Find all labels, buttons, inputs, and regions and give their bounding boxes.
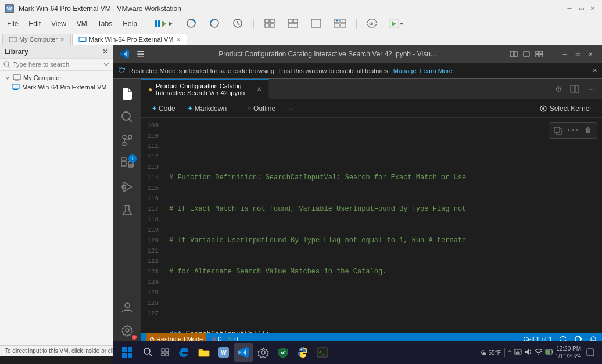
library-search-input[interactable] xyxy=(13,61,101,68)
add-markdown-button[interactable]: + Markdown xyxy=(183,102,232,115)
vscode-tile-button[interactable] xyxy=(508,48,519,60)
view-unity-button[interactable] xyxy=(283,17,303,31)
power-options-button[interactable] xyxy=(385,17,408,30)
vscode-minimize-button[interactable]: ─ xyxy=(559,48,571,60)
task-view-button[interactable] xyxy=(157,344,174,361)
taskbar-settings-icon[interactable] xyxy=(254,343,273,362)
more-notebook-actions[interactable]: ··· xyxy=(283,102,299,115)
split-editor-icon[interactable] xyxy=(568,82,581,95)
close-vm-tab[interactable]: ✕ xyxy=(176,37,181,43)
vmware-tab-mycomputer[interactable]: My Computer ✕ xyxy=(2,34,71,45)
extensions-icon[interactable]: 1 xyxy=(117,153,138,174)
code-content[interactable]: # Function Definition: SearchCatInputVal… xyxy=(164,118,602,333)
vscode-close-button[interactable]: ✕ xyxy=(585,48,596,60)
start-button[interactable] xyxy=(116,343,139,362)
taskbar-python-icon[interactable] xyxy=(293,343,312,362)
vscode-restore-button[interactable]: ▭ xyxy=(572,48,583,60)
taskbar-vmware-icon[interactable]: W xyxy=(214,343,233,362)
vmware-tab-vm[interactable]: Mark Win-64 Pro External VM ✕ xyxy=(72,34,187,45)
library-close-icon[interactable]: ✕ xyxy=(102,48,108,56)
menu-edit[interactable]: Edit xyxy=(24,19,45,29)
delete-cell-icon[interactable]: 🗑 xyxy=(582,124,594,137)
linenum-113: 113 xyxy=(141,162,164,172)
taskbar-terminal-icon[interactable]: >_ xyxy=(313,343,332,362)
close-mycomputer-tab[interactable]: ✕ xyxy=(60,37,64,43)
settings-icon[interactable]: ! xyxy=(117,320,138,341)
snapshot-button[interactable] xyxy=(181,16,201,31)
minimize-button[interactable]: ─ xyxy=(565,4,574,13)
svg-point-22 xyxy=(336,20,338,21)
send-ctrlaltdel-button[interactable]: ctrl xyxy=(363,17,381,31)
vscode-menu-icon[interactable]: ☰ xyxy=(134,49,147,60)
chevron-up-icon[interactable]: ^ xyxy=(508,349,511,356)
tree-item-vm[interactable]: Mark Win-64 Pro External VM xyxy=(2,82,110,92)
restore-button[interactable]: ▭ xyxy=(576,4,586,13)
learn-more-link[interactable]: Learn More xyxy=(420,67,453,74)
more-actions-icon[interactable]: ··· xyxy=(585,82,597,95)
explorer-icon[interactable] xyxy=(117,84,138,104)
snapshot-manager-button[interactable] xyxy=(228,16,248,31)
pause-resume-button[interactable] xyxy=(150,17,178,30)
code-line-113: # for Alternate Search Value Matches in … xyxy=(169,266,602,277)
accounts-icon[interactable] xyxy=(117,297,138,318)
search-activity-icon[interactable] xyxy=(117,107,138,128)
taskbar-defender-icon[interactable] xyxy=(274,343,292,362)
taskbar-search-button[interactable] xyxy=(140,344,156,361)
run-debug-icon[interactable] xyxy=(117,176,138,197)
vscode-maximize-button[interactable] xyxy=(521,48,532,60)
volume-icon[interactable] xyxy=(524,348,532,356)
banner-close-icon[interactable]: ✕ xyxy=(592,67,597,74)
svg-rect-37 xyxy=(510,51,513,57)
vscode-logo xyxy=(119,49,130,59)
svg-point-48 xyxy=(128,135,132,139)
tree-item-mycomputer[interactable]: My Computer xyxy=(2,73,110,82)
system-tray: 🌤 65°F ^ xyxy=(478,345,600,360)
menu-help[interactable]: Help xyxy=(118,19,142,29)
battery-icon[interactable] xyxy=(545,349,553,356)
notification-center-icon[interactable] xyxy=(583,345,597,359)
vscode-tile2-button[interactable] xyxy=(533,48,545,60)
view-fullscreen-button[interactable] xyxy=(260,17,280,31)
svg-rect-27 xyxy=(9,37,16,42)
vm-tree-icon xyxy=(12,84,20,91)
view-quick-switch-button[interactable] xyxy=(329,17,350,31)
outline-button[interactable]: ≡ Outline xyxy=(242,102,281,115)
test-icon[interactable] xyxy=(117,200,138,221)
add-code-button[interactable]: + Code xyxy=(147,102,181,115)
taskbar-explorer-icon[interactable] xyxy=(195,343,213,362)
taskbar-vscode-icon[interactable] xyxy=(234,343,253,362)
svg-point-56 xyxy=(125,303,130,308)
clock[interactable]: 12:20 PM 1/11/2024 xyxy=(556,345,582,360)
notebook-tab[interactable]: ● Product Configuration Catalog Interact… xyxy=(141,79,269,99)
code-editor[interactable]: ··· 🗑 109 110 111 112 113 114 1 xyxy=(141,118,602,333)
cell-action-bar: ··· 🗑 xyxy=(549,122,597,139)
close-button[interactable]: ✕ xyxy=(588,4,597,13)
keyboard-icon[interactable] xyxy=(514,349,522,356)
outline-label: Outline xyxy=(253,104,275,113)
restore-snapshot-button[interactable] xyxy=(205,16,224,31)
svg-rect-69 xyxy=(128,347,132,352)
editor-tabs-bar: ● Product Configuration Catalog Interact… xyxy=(141,79,602,99)
menu-view[interactable]: View xyxy=(46,19,71,29)
computer-icon xyxy=(13,74,21,81)
more-cell-actions-icon[interactable]: ··· xyxy=(567,124,579,137)
linenum-121: 121 xyxy=(141,246,164,256)
clock-time: 12:20 PM xyxy=(556,345,582,352)
settings-gear-icon[interactable]: ⚙ xyxy=(552,82,565,95)
menu-file[interactable]: File xyxy=(2,19,23,29)
select-kernel-button[interactable]: Select Kernel xyxy=(534,102,596,115)
taskbar-edge-icon[interactable] xyxy=(175,343,193,362)
notebook-tab-close[interactable]: ✕ xyxy=(257,86,261,92)
copy-cell-icon[interactable] xyxy=(551,124,564,137)
kernel-icon xyxy=(539,104,547,113)
code-line-110: # Function Definition: SearchCatInputVal… xyxy=(169,172,602,183)
weather-icon[interactable]: 🌤 xyxy=(481,349,486,356)
network-icon[interactable] xyxy=(535,348,543,356)
svg-rect-35 xyxy=(12,84,19,89)
library-search-bar[interactable] xyxy=(0,59,113,71)
menu-vm[interactable]: VM xyxy=(72,19,92,29)
menu-tabs[interactable]: Tabs xyxy=(93,19,117,29)
view-maximized-button[interactable] xyxy=(306,17,326,31)
manage-link[interactable]: Manage xyxy=(393,67,417,74)
source-control-icon[interactable] xyxy=(117,130,138,151)
